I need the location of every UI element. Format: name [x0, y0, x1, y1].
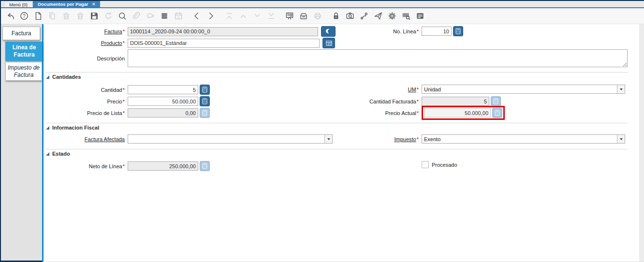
request-button[interactable]	[372, 10, 384, 22]
calculator-icon	[202, 87, 207, 93]
neto-de-linea-input[interactable]	[128, 161, 198, 171]
factura-zoom-button[interactable]	[321, 26, 336, 37]
impuesto-label: Impuesto*	[335, 136, 419, 142]
lock-button[interactable]	[330, 10, 342, 22]
precio-row: Precio*	[49, 96, 210, 106]
next-record-button[interactable]	[251, 10, 263, 22]
copy-icon	[47, 11, 57, 21]
close-tab-icon[interactable]: ×	[92, 1, 95, 7]
cantidad-calculator-button[interactable]	[200, 85, 210, 95]
precio-de-lista-label: Precio de Lista*	[49, 110, 125, 116]
archive-button[interactable]	[298, 10, 309, 22]
help-button[interactable]: ?	[18, 10, 30, 22]
delete-record-button[interactable]	[60, 10, 72, 22]
dropdown-arrow-icon[interactable]	[617, 135, 625, 143]
factura-afectada-dropdown[interactable]	[128, 134, 333, 144]
precio-actual-input[interactable]	[424, 108, 491, 117]
dropdown-arrow-icon[interactable]	[617, 85, 625, 93]
trash-multi-icon	[75, 11, 85, 21]
scrollbar-track[interactable]	[639, 24, 644, 262]
preferences-button[interactable]	[386, 10, 398, 22]
impuesto-dropdown[interactable]: Exento	[422, 134, 625, 144]
section-estado[interactable]: Estado	[46, 151, 70, 157]
print-button[interactable]	[312, 10, 323, 22]
factura-label: Factura*	[49, 29, 125, 34]
no-linea-row: No. Línea*	[335, 26, 463, 36]
trash-icon	[61, 11, 71, 21]
sidebar-tab-linea-de-factura[interactable]: Línea de Factura	[5, 42, 43, 61]
grid-toggle-button[interactable]	[159, 10, 170, 22]
section-separator	[45, 149, 628, 149]
cantidad-facturada-input[interactable]	[422, 97, 489, 106]
save-button[interactable]	[88, 10, 100, 22]
report-button[interactable]	[284, 10, 295, 22]
um-dropdown[interactable]: Unidad	[422, 85, 625, 94]
first-record-button[interactable]	[223, 10, 235, 22]
undo-button[interactable]	[4, 10, 16, 22]
no-linea-input[interactable]	[422, 27, 452, 36]
calculator-icon	[202, 110, 207, 116]
attachment-button[interactable]	[131, 10, 142, 22]
precio-input[interactable]	[128, 97, 198, 106]
precio-calculator-button[interactable]	[200, 96, 210, 106]
gear-icon	[387, 11, 397, 21]
last-record-icon	[266, 11, 276, 21]
chevron-right-icon	[206, 11, 216, 21]
factura-afectada-row: Factura Afectada	[49, 134, 333, 144]
history-back-button[interactable]	[191, 10, 203, 22]
workflow-nodes-icon	[359, 11, 369, 21]
precio-de-lista-input[interactable]	[128, 108, 198, 117]
workflow-button[interactable]	[358, 10, 370, 22]
cantidad-facturada-calculator-button	[491, 96, 501, 106]
find-button[interactable]	[117, 10, 128, 22]
delete-selection-button[interactable]	[74, 10, 86, 22]
product-info-button[interactable]	[400, 10, 412, 22]
history-forward-button[interactable]	[205, 10, 217, 22]
new-record-button[interactable]	[32, 10, 44, 22]
precio-de-lista-row: Precio de Lista*	[49, 108, 210, 118]
tab-menu[interactable]: Menú (0)	[4, 1, 33, 7]
procesado-label: Procesado	[432, 162, 457, 168]
factura-input[interactable]	[128, 27, 318, 36]
camera-zoom-icon	[345, 11, 355, 21]
um-label: UM*	[335, 87, 419, 92]
section-cantidades[interactable]: Cantidades	[46, 74, 81, 80]
printer-icon	[313, 11, 322, 21]
producto-label: Producto*	[49, 40, 125, 46]
descripcion-row: Descripción	[49, 49, 128, 67]
sidebar-tab-factura[interactable]: Factura	[2, 27, 40, 40]
cantidad-input[interactable]	[128, 85, 198, 94]
zoom-across-button[interactable]	[344, 10, 356, 22]
impuesto-value: Exento	[424, 136, 617, 142]
producto-input[interactable]	[128, 39, 320, 48]
report-panel-button[interactable]	[414, 10, 426, 22]
no-linea-calculator-button[interactable]	[453, 26, 463, 36]
chat-button[interactable]	[145, 10, 156, 22]
save-icon	[89, 11, 99, 21]
dropdown-arrow-icon[interactable]	[324, 135, 332, 143]
copy-record-button[interactable]	[46, 10, 58, 22]
svg-text:?: ?	[23, 14, 26, 19]
barcode-search-icon	[401, 11, 411, 21]
lock-icon	[331, 11, 341, 21]
chevron-up-icon	[238, 11, 248, 21]
last-record-button[interactable]	[265, 10, 277, 22]
descripcion-textarea[interactable]	[128, 49, 628, 67]
sidebar-tab-factura-label: Factura	[12, 30, 31, 37]
procesado-checkbox[interactable]	[422, 161, 429, 168]
tab-documentos-por-pagar[interactable]: Documentos por Pagar ×	[33, 1, 100, 7]
previous-record-button[interactable]	[237, 10, 249, 22]
sidebar-tab-impuesto-label: Impuesto de Factura	[6, 64, 42, 79]
window-tab-bar: Menú (0) Documentos por Pagar ×	[1, 1, 644, 7]
producto-search-button[interactable]	[322, 38, 335, 48]
section-informacion-fiscal[interactable]: Informacion Fiscal	[46, 125, 99, 131]
refresh-icon	[103, 11, 113, 21]
calculator-icon	[202, 163, 207, 169]
grid-rows-icon	[160, 11, 169, 21]
new-document-icon	[33, 11, 43, 21]
calendar-button[interactable]: 31	[173, 10, 184, 22]
refresh-button[interactable]	[102, 10, 114, 22]
help-icon: ?	[19, 11, 29, 21]
sidebar-tab-impuesto-de-factura[interactable]: Impuesto de Factura	[5, 62, 42, 81]
calculator-icon	[493, 98, 498, 104]
